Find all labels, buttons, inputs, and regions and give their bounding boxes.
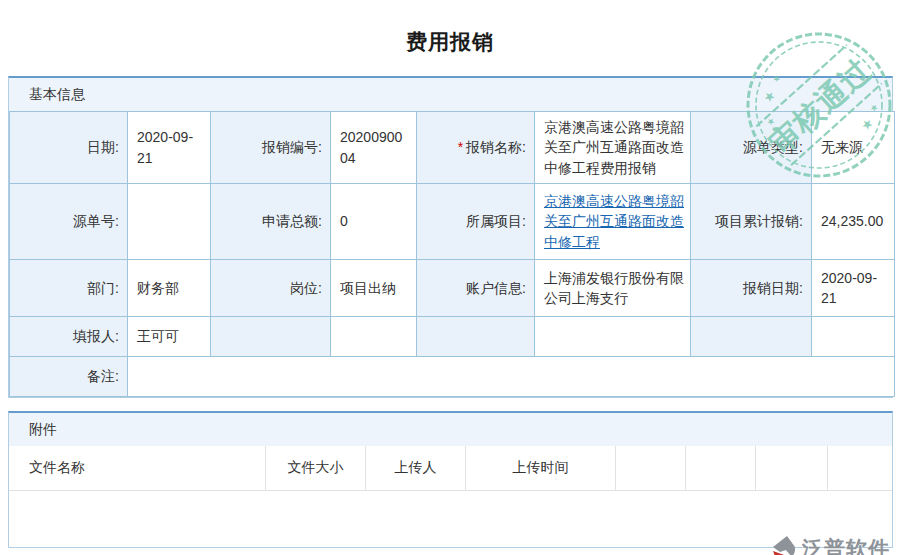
department-label: 部门: — [10, 260, 128, 317]
remark-value — [128, 357, 895, 397]
position-value: 项目出纳 — [331, 260, 417, 317]
vendor-logo: 泛普软件 www.fanpusoft.com — [768, 533, 890, 555]
expense-no-label: 报销编号: — [211, 112, 331, 184]
attachments-section-title: 附件 — [9, 413, 892, 446]
empty-value-cell — [535, 317, 691, 357]
expense-date-value: 2020-09-21 — [812, 260, 895, 317]
filler-label: 填报人: — [10, 317, 128, 357]
filler-value: 王可可 — [128, 317, 211, 357]
source-no-label: 源单号: — [10, 184, 128, 260]
table-row: 填报人: 王可可 — [10, 317, 895, 357]
expense-date-label: 报销日期: — [691, 260, 812, 317]
project-total-value: 24,235.00 — [812, 184, 895, 260]
department-value: 财务部 — [128, 260, 211, 317]
column-header-empty — [828, 446, 892, 490]
basic-info-panel: 基本信息 日期: 2020-09-21 报销编号: 2020090004 *报销… — [8, 76, 893, 398]
date-label: 日期: — [10, 112, 128, 184]
column-header-file-name: 文件名称 — [9, 446, 266, 490]
expense-name-label: *报销名称: — [417, 112, 535, 184]
project-label: 所属项目: — [417, 184, 535, 260]
empty-label-cell — [417, 317, 535, 357]
table-row: 源单号: 申请总额: 0 所属项目: 京港澳高速公路粤境韶关至广州互通路面改造中… — [10, 184, 895, 260]
column-header-upload-time: 上传时间 — [466, 446, 616, 490]
page-title: 费用报销 — [0, 28, 900, 56]
empty-value-cell — [812, 317, 895, 357]
attachments-header-row: 文件名称 文件大小 上传人 上传时间 — [9, 446, 892, 491]
table-row: 部门: 财务部 岗位: 项目出纳 账户信息: 上海浦发银行股份有限公司上海支行 … — [10, 260, 895, 317]
source-type-label: 源单类型: — [691, 112, 812, 184]
table-row: 备注: — [10, 357, 895, 397]
project-value-cell: 京港澳高速公路粤境韶关至广州互通路面改造中修工程 — [535, 184, 691, 260]
source-type-value: 无来源 — [812, 112, 895, 184]
expense-name-label-text: 报销名称: — [466, 139, 526, 155]
column-header-uploader: 上传人 — [366, 446, 466, 490]
remark-label: 备注: — [10, 357, 128, 397]
empty-value-cell — [331, 317, 417, 357]
date-value: 2020-09-21 — [128, 112, 211, 184]
vendor-logo-icon — [768, 533, 800, 555]
source-no-value — [128, 184, 211, 260]
column-header-empty — [616, 446, 686, 490]
basic-info-section-title: 基本信息 — [9, 78, 892, 111]
project-link[interactable]: 京港澳高速公路粤境韶关至广州互通路面改造中修工程 — [544, 193, 684, 250]
position-label: 岗位: — [211, 260, 331, 317]
expense-reimbursement-page: 费用报销 审核通过 ★ ★ ★ ★ ★ 基本信息 — [0, 28, 900, 555]
empty-label-cell — [211, 317, 331, 357]
account-value: 上海浦发银行股份有限公司上海支行 — [535, 260, 691, 317]
column-header-file-size: 文件大小 — [266, 446, 366, 490]
account-label: 账户信息: — [417, 260, 535, 317]
expense-no-value: 2020090004 — [331, 112, 417, 184]
column-header-empty — [756, 446, 828, 490]
apply-total-value: 0 — [331, 184, 417, 260]
attachments-empty-list — [9, 491, 892, 547]
vendor-brand-text: 泛普软件 — [802, 535, 890, 555]
project-total-label: 项目累计报销: — [691, 184, 812, 260]
basic-info-table: 日期: 2020-09-21 报销编号: 2020090004 *报销名称: 京… — [9, 111, 895, 397]
required-asterisk: * — [458, 139, 463, 155]
column-header-empty — [686, 446, 756, 490]
table-row: 日期: 2020-09-21 报销编号: 2020090004 *报销名称: 京… — [10, 112, 895, 184]
apply-total-label: 申请总额: — [211, 184, 331, 260]
attachments-panel: 附件 文件名称 文件大小 上传人 上传时间 — [8, 411, 893, 548]
expense-name-value: 京港澳高速公路粤境韶关至广州互通路面改造中修工程费用报销 — [535, 112, 691, 184]
empty-label-cell — [691, 317, 812, 357]
